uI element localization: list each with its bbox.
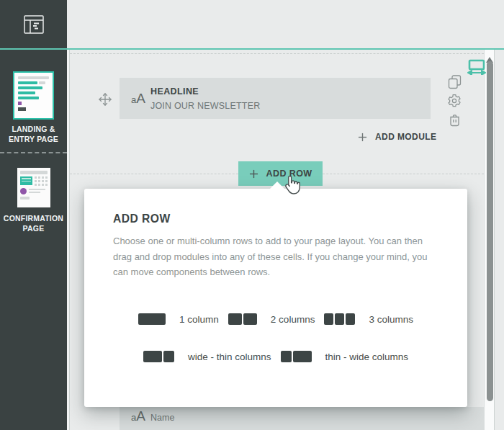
trash-icon [449,113,461,127]
thumb-bar [18,97,39,99]
sidebar-item-landing-page-label: LANDING & ENTRY PAGE [0,124,67,144]
thumb-bar [18,86,42,89]
popup-title: ADD ROW [113,212,171,226]
column-swatch [138,313,166,325]
settings-button[interactable] [447,94,462,108]
delete-button[interactable] [447,112,462,127]
option-label: thin - wide columns [325,351,409,362]
sidebar: LANDING & ENTRY PAGE CONFIRMATION PAGE [0,0,67,430]
layout-icon [24,15,44,34]
thumb-avatar [20,188,27,194]
column-swatch [324,313,355,325]
option-1-column[interactable]: 1 column [138,313,219,325]
name-field-module[interactable]: aA Name [120,407,484,430]
popup-arrow [269,182,285,189]
gear-icon [447,94,462,108]
sidebar-divider [0,152,67,153]
option-label: 1 column [179,314,219,325]
text-module-icon: aA [128,408,148,430]
thumb-bar [18,81,37,84]
headline-module-text: HEADLINE JOIN OUR NEWSLETTER [150,86,260,111]
scroll-up-arrow-icon[interactable] [486,53,493,58]
canvas-left-border [69,50,70,430]
thumb-bar [20,171,48,174]
option-label: wide - thin columns [188,351,271,362]
option-3-columns[interactable]: 3 columns [324,313,413,325]
thumb-bar [39,81,45,84]
option-2-columns[interactable]: 2 columns [228,313,315,325]
accent-divider [0,48,504,50]
sidebar-item-confirmation-page-label: CONFIRMATION PAGE [0,213,67,233]
plus-icon [358,133,367,142]
builder-menu-button[interactable] [0,0,67,48]
move-handle-icon[interactable] [97,91,113,107]
sidebar-item-confirmation-page[interactable] [17,168,50,207]
popup-description: Choose one or multi-column rows to add t… [113,233,436,280]
option-thin-wide-columns[interactable]: thin - wide columns [281,351,409,362]
thumb-bar [18,76,49,79]
thumb-field-grid [35,176,48,186]
plus-icon [249,169,258,179]
column-options-row-1: 1 column 2 columns 3 columns [84,313,467,325]
add-row-button-label: ADD ROW [266,169,312,179]
option-label: 3 columns [369,314,413,325]
option-label: 2 columns [271,314,315,325]
module-title: HEADLINE [150,86,260,97]
scrollbar-thumb[interactable] [487,61,493,401]
page-builder-screen: aA HEADLINE JOIN OUR NEWSLETTER [0,0,504,430]
scrollbar[interactable] [484,50,495,430]
thumb-bar [18,91,35,94]
add-module-button[interactable]: ADD MODULE [358,131,436,143]
sidebar-item-landing-page[interactable] [13,71,54,120]
option-wide-thin-columns[interactable]: wide - thin columns [143,351,271,362]
column-swatch [228,313,257,325]
add-row-popup: ADD ROW Choose one or multi-column rows … [84,189,467,407]
add-module-label: ADD MODULE [375,132,436,142]
thumb-checkbox [18,102,22,105]
module-content: JOIN OUR NEWSLETTER [150,101,260,111]
duplicate-button[interactable] [447,75,462,89]
thumb-text-lines [29,188,48,194]
text-module-icon: aA [128,91,148,107]
responsive-width-button[interactable] [467,59,486,75]
headline-module[interactable]: aA HEADLINE JOIN OUR NEWSLETTER [120,78,431,119]
column-options-row-2: wide - thin columns thin - wide columns [84,351,467,362]
module-action-toolbar [446,75,462,127]
copy-icon [448,75,462,89]
thumb-bar [20,197,30,200]
row-boundary-top [70,53,484,54]
name-module-label: Name [150,413,174,430]
thumb-button [18,107,26,111]
screen-width-icon [467,59,486,75]
column-swatch [281,351,312,362]
column-swatch [143,351,174,362]
thumb-image [20,176,32,185]
